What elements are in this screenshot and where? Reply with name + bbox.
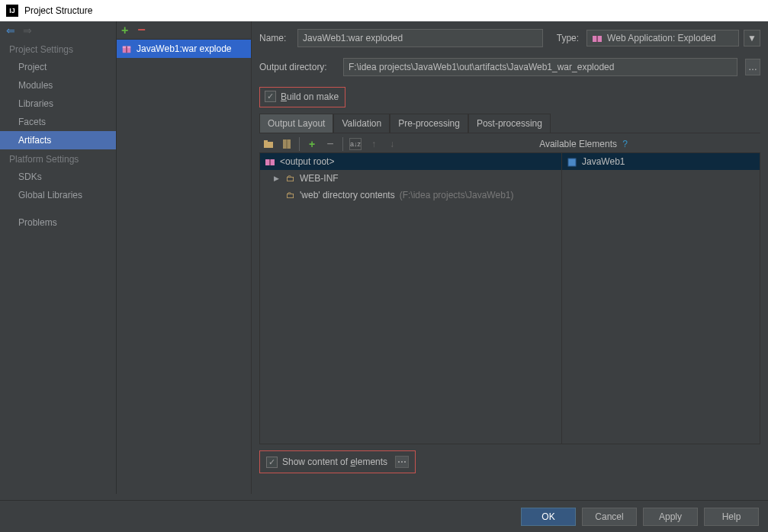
tab-validation[interactable]: Validation	[333, 114, 390, 133]
back-arrow-icon[interactable]: ⇐	[6, 24, 15, 37]
artifact-icon	[121, 43, 132, 54]
build-on-make-label: BBuild on makeuild on make	[281, 91, 339, 102]
type-value: Web Application: Exploded	[607, 33, 716, 43]
nav-global-libraries[interactable]: Global Libraries	[0, 186, 116, 204]
svg-rect-5	[264, 142, 273, 148]
nav-arrows: ⇐ ⇒	[0, 21, 116, 40]
separator	[342, 137, 343, 151]
artifact-type-icon	[592, 33, 603, 43]
forward-arrow-icon[interactable]: ⇒	[23, 24, 32, 37]
show-content-highlight: Show content of elementsShow content of …	[259, 450, 416, 473]
move-up-icon[interactable]: ↑	[368, 138, 380, 150]
add-artifact-button[interactable]: +	[121, 24, 128, 37]
titlebar: IJ Project Structure	[0, 0, 768, 21]
app-icon: IJ	[6, 5, 18, 17]
tabs: Output Layout Validation Pre-processing …	[259, 114, 760, 133]
sort-icon[interactable]: a↓z	[349, 138, 362, 150]
name-label: Name:	[259, 33, 290, 43]
dialog-button-bar: OK Cancel Apply Help	[0, 500, 768, 532]
nav-libraries[interactable]: Libraries	[0, 95, 116, 113]
available-elements-label: Available Elements ?	[539, 139, 628, 149]
remove-button[interactable]: −	[324, 138, 336, 150]
available-elements-tree[interactable]: JavaWeb1	[561, 153, 760, 444]
new-folder-icon[interactable]	[262, 138, 275, 150]
nav-sdks[interactable]: SDKs	[0, 168, 116, 186]
tab-post-processing[interactable]: Post-processing	[468, 114, 551, 133]
section-platform-settings: Platform Settings	[0, 149, 116, 168]
browse-button[interactable]: …	[745, 59, 760, 75]
show-content-label: Show content of elementsShow content of …	[282, 457, 387, 467]
window-title: Project Structure	[24, 5, 92, 16]
module-icon	[567, 156, 577, 167]
webinf-row[interactable]: ▶ 🗀 WEB-INF	[260, 170, 561, 187]
separator	[299, 137, 300, 151]
build-on-make-checkbox[interactable]	[265, 91, 276, 102]
artifact-icon	[265, 156, 275, 167]
web-dir-row[interactable]: 🗀 'web' directory contents (F:\idea proj…	[260, 187, 561, 204]
nav-modules[interactable]: Modules	[0, 76, 116, 95]
svg-rect-10	[269, 159, 271, 165]
help-icon[interactable]: ?	[622, 139, 628, 149]
tab-pre-processing[interactable]: Pre-processing	[390, 114, 468, 133]
ok-button[interactable]: OK	[521, 508, 576, 526]
output-dir-input[interactable]	[343, 58, 737, 76]
move-down-icon[interactable]: ↓	[386, 138, 398, 150]
output-dir-label: Output directory:	[259, 62, 336, 72]
tab-output-layout[interactable]: Output Layout	[259, 114, 333, 133]
svg-rect-4	[596, 36, 598, 42]
folder-contents-icon: 🗀	[286, 190, 295, 200]
nav-facets[interactable]: Facets	[0, 113, 116, 131]
svg-rect-2	[126, 46, 127, 53]
apply-button[interactable]: Apply	[643, 508, 698, 526]
type-label: Type:	[557, 33, 579, 43]
artifact-toolbar: + −	[117, 21, 251, 40]
type-dropdown-icon[interactable]: ▼	[744, 30, 760, 46]
new-archive-icon[interactable]	[281, 138, 293, 150]
available-item-label: JavaWeb1	[582, 156, 625, 167]
artifact-item-label: JavaWeb1:war explode	[137, 43, 232, 54]
web-dir-label: 'web' directory contents	[300, 190, 395, 200]
expand-arrow-icon[interactable]: ▶	[274, 175, 281, 182]
layout-toolbar: + − a↓z ↑ ↓ Available Elements ?	[259, 133, 760, 153]
svg-rect-6	[264, 140, 268, 143]
web-dir-path: (F:\idea projects\JavaWeb1)	[400, 190, 514, 200]
output-root-row[interactable]: <output root>	[260, 153, 561, 170]
help-button[interactable]: Help	[704, 508, 759, 526]
show-content-checkbox[interactable]	[266, 457, 278, 468]
name-input[interactable]	[297, 29, 543, 47]
artifact-list-panel: + − JavaWeb1:war explode	[117, 21, 252, 494]
nav-artifacts[interactable]: Artifacts	[0, 131, 116, 149]
webinf-label: WEB-INF	[300, 173, 339, 184]
output-tree[interactable]: <output root> ▶ 🗀 WEB-INF 🗀 'web' direct…	[260, 153, 561, 444]
remove-artifact-button[interactable]: −	[137, 22, 146, 38]
artifact-item[interactable]: JavaWeb1:war explode	[117, 40, 251, 58]
show-content-browse[interactable]: ⋯	[395, 456, 409, 468]
available-item-row[interactable]: JavaWeb1	[562, 153, 760, 170]
section-project-settings: Project Settings	[0, 40, 116, 58]
output-root-label: <output root>	[280, 156, 334, 167]
svg-rect-11	[568, 159, 576, 166]
add-copy-button[interactable]: +	[306, 138, 318, 150]
type-select[interactable]: Web Application: Exploded	[586, 30, 739, 46]
build-on-make-highlight: BBuild on makeuild on make	[259, 87, 345, 107]
nav-project[interactable]: Project	[0, 58, 116, 76]
artifact-detail-panel: Name: Type: Web Application: Exploded ▼ …	[252, 21, 768, 494]
sidebar: ⇐ ⇒ Project Settings Project Modules Lib…	[0, 21, 117, 494]
layout-body: <output root> ▶ 🗀 WEB-INF 🗀 'web' direct…	[259, 153, 760, 444]
nav-problems[interactable]: Problems	[0, 213, 116, 232]
cancel-button[interactable]: Cancel	[582, 508, 637, 526]
folder-icon: 🗀	[286, 173, 295, 184]
